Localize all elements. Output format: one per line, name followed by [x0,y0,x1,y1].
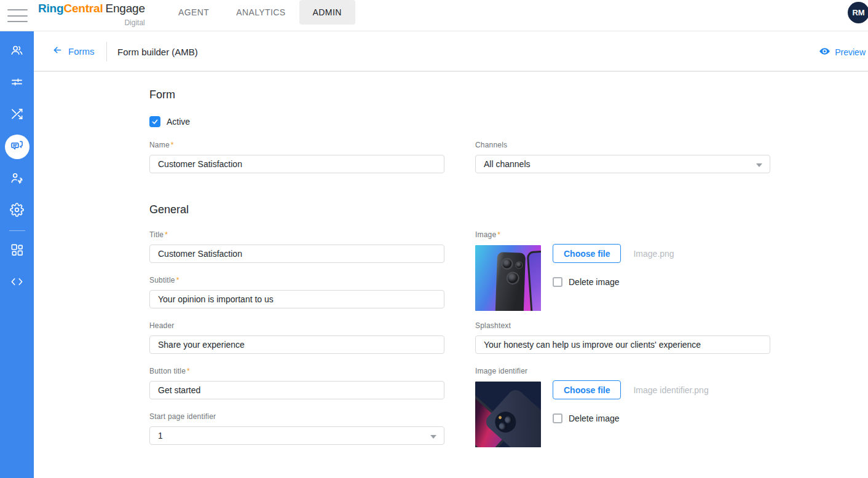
shuffle-icon [10,107,24,123]
channels-label: Channels [475,141,770,149]
image-filename: Image.png [633,249,674,259]
required-asterisk: * [176,276,180,284]
hamburger-menu-icon[interactable] [7,9,28,22]
required-asterisk: * [497,230,500,239]
breadcrumb-divider [106,42,107,61]
user-avatar[interactable]: RM [848,2,868,23]
chat-bubbles-icon [10,139,24,155]
preview-label: Preview [835,47,866,57]
code-icon [10,275,24,291]
tab-agent[interactable]: AGENT [165,0,223,25]
sidebar-item-conversations[interactable] [5,135,30,159]
image-field-group: Image* Choose file Image.png Delete imag… [475,230,770,323]
general-section-heading: General [149,203,189,216]
splashtext-input[interactable] [475,335,770,354]
eye-icon [819,45,831,59]
title-label: Title* [149,230,444,239]
logo-central: Central [63,2,103,15]
image-identifier-choose-file-button[interactable]: Choose file [553,380,621,399]
sidebar-item-users[interactable] [5,39,30,63]
tab-admin[interactable]: ADMIN [299,0,355,25]
name-label: Name* [149,141,444,149]
preview-button[interactable]: Preview [819,45,866,59]
active-checkbox-label: Active [167,117,190,127]
image-file-row: Choose file Image.png [553,244,674,263]
page-toolbar: Forms Form builder (AMB) Preview [34,31,868,72]
start-page-identifier-group: Start page identifier 1 [149,412,444,445]
image-identifier-field-group: Image identifier Choose file Image ident… [475,367,770,459]
title-field-group: Title* [149,230,444,263]
page-title: Form builder (AMB) [117,47,198,57]
chevron-down-icon [756,163,762,167]
image-identifier-delete-checkbox[interactable] [553,413,562,423]
app-logo: RingCentralEngage Digital [38,1,145,30]
button-title-input[interactable] [149,381,444,399]
image-delete-label: Delete image [569,277,620,287]
image-identifier-delete-label: Delete image [569,413,620,423]
header-label: Header [149,321,444,330]
back-to-forms-link[interactable]: Forms [52,45,95,57]
start-page-identifier-select[interactable]: 1 [149,426,444,445]
sidebar-item-routing[interactable] [5,103,30,127]
required-asterisk: * [171,141,174,149]
splashtext-field-group: Splashtext [475,321,770,354]
top-navigation-tabs: AGENT ANALYTICS ADMIN [165,0,355,25]
image-delete-checkbox[interactable] [553,277,562,287]
subtitle-input[interactable] [149,290,444,308]
form-section-heading: Form [149,88,175,101]
title-input[interactable] [149,245,444,263]
sidebar-divider [9,230,25,231]
back-link-label: Forms [68,46,95,57]
image-label: Image* [475,230,770,239]
gear-icon [10,203,24,219]
button-title-field-group: Button title* [149,367,444,399]
image-identifier-thumbnail [475,382,541,447]
form-builder-content: Form Active Name* Channels All channels … [149,72,770,478]
header-field-group: Header [149,321,444,354]
app-header: RingCentralEngage Digital AGENT ANALYTIC… [0,0,868,31]
back-arrow-icon [52,45,63,57]
splashtext-label: Splashtext [475,321,770,330]
start-page-identifier-value: 1 [158,431,163,441]
start-page-identifier-label: Start page identifier [149,412,444,421]
sliders-icon [10,75,24,92]
sidebar-item-settings[interactable] [5,198,30,223]
logo-wordmark: RingCentralEngage [38,2,145,15]
user-settings-icon [10,171,24,187]
sidebar-item-channels[interactable] [5,71,30,95]
channels-select-value: All channels [484,159,531,169]
image-identifier-label: Image identifier [475,367,770,375]
sidebar-item-developer[interactable] [5,270,30,295]
sidebar [0,31,34,478]
name-input[interactable] [149,155,444,173]
logo-ring: Ring [38,2,63,15]
logo-engage: Engage [105,2,144,15]
required-asterisk: * [165,230,168,239]
image-identifier-filename: Image identifier.png [633,385,708,395]
image-delete-row[interactable]: Delete image [553,277,620,287]
sidebar-item-agent-tools[interactable] [5,167,30,191]
channels-select[interactable]: All channels [475,155,770,173]
active-checkbox[interactable] [149,116,160,127]
required-asterisk: * [187,367,190,375]
image-thumbnail [475,245,541,311]
tab-analytics[interactable]: ANALYTICS [223,0,299,25]
name-field-group: Name* [149,141,444,173]
users-icon [10,43,24,60]
subtitle-label: Subtitle* [149,276,444,284]
chevron-down-icon [430,435,436,439]
button-title-label: Button title* [149,367,444,375]
sidebar-item-apps[interactable] [5,238,30,263]
logo-digital: Digital [38,15,145,30]
channels-field-group: Channels All channels [475,141,770,173]
image-identifier-delete-row[interactable]: Delete image [553,413,620,423]
subtitle-field-group: Subtitle* [149,276,444,308]
image-choose-file-button[interactable]: Choose file [553,244,621,263]
image-identifier-file-row: Choose file Image identifier.png [553,380,709,399]
active-checkbox-row[interactable]: Active [149,116,190,127]
header-input[interactable] [149,335,444,354]
apps-grid-icon [10,243,24,259]
